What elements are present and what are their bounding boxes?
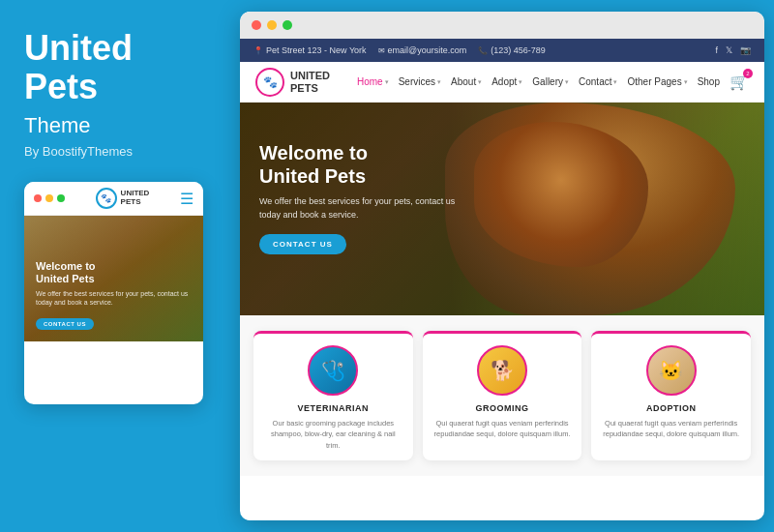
adoption-card-text: Qui quaerat fugit quas veniam perferindi… bbox=[601, 418, 741, 440]
mobile-mockup: 🐾 UNITED PETS ☰ Welcome to United Pets W… bbox=[24, 182, 203, 404]
adoption-avatar: 🐱 bbox=[646, 345, 697, 396]
mobile-logo-area: 🐾 UNITED PETS bbox=[96, 188, 150, 209]
desktop-mockup: 📍 Pet Street 123 - New York ✉ email@your… bbox=[240, 12, 764, 520]
theme-subtitle: Theme bbox=[24, 113, 208, 138]
nav-item-services[interactable]: Services ▾ bbox=[399, 76, 441, 87]
cart-badge: 2 bbox=[743, 69, 753, 78]
mobile-hero: Welcome to United Pets We offer the best… bbox=[24, 216, 203, 341]
mobile-dot-green bbox=[57, 194, 65, 202]
mobile-hero-title: Welcome to United Pets bbox=[36, 260, 192, 285]
nav-item-adopt[interactable]: Adopt ▾ bbox=[491, 76, 522, 87]
hero-dog-head-shape bbox=[474, 122, 648, 267]
theme-title-line2: Pets bbox=[24, 67, 98, 106]
vet-icon: 🩺 bbox=[321, 359, 345, 382]
mobile-hero-text: We offer the best services for your pets… bbox=[36, 289, 192, 307]
nav-item-gallery[interactable]: Gallery ▾ bbox=[532, 76, 569, 87]
nav-menu: Home ▾ Services ▾ About ▾ Adopt ▾ Galler… bbox=[357, 73, 749, 91]
mobile-logo-icon: 🐾 bbox=[96, 188, 117, 209]
theme-title-line1: United bbox=[24, 28, 133, 68]
chrome-dot-green[interactable] bbox=[283, 20, 292, 30]
nav-logo-text: UNITED PETS bbox=[290, 70, 330, 93]
mobile-cta-button[interactable]: CONTACT US bbox=[36, 318, 94, 330]
topbar-address: 📍 Pet Street 123 - New York bbox=[253, 45, 367, 55]
nav-item-other[interactable]: Other Pages ▾ bbox=[627, 76, 687, 87]
vet-avatar: 🩺 bbox=[308, 345, 358, 396]
nav-item-contact[interactable]: Contact ▾ bbox=[579, 76, 617, 87]
service-card-vet: 🩺 VETERINARIAN Our basic grooming packag… bbox=[253, 331, 413, 460]
topbar-social: f 𝕏 📷 bbox=[715, 45, 751, 55]
facebook-icon[interactable]: f bbox=[715, 45, 718, 55]
grooming-card-title: GROOMING bbox=[432, 403, 573, 413]
topbar-email: ✉ email@yoursite.com bbox=[378, 45, 467, 55]
left-panel: United Pets Theme By BoostifyThemes 🐾 UN… bbox=[0, 0, 232, 532]
nav-item-home[interactable]: Home ▾ bbox=[357, 76, 389, 87]
window-chrome bbox=[240, 12, 764, 39]
topbar-phone: 📞 (123) 456-789 bbox=[478, 45, 546, 55]
mobile-hamburger-icon[interactable]: ☰ bbox=[180, 190, 194, 208]
grooming-icon: 🐕 bbox=[491, 359, 515, 382]
chrome-dot-yellow[interactable] bbox=[267, 20, 277, 30]
location-icon: 📍 bbox=[253, 46, 263, 55]
grooming-card-text: Qui quaerat fugit quas veniam perferindi… bbox=[432, 418, 573, 440]
gallery-chevron-icon: ▾ bbox=[565, 78, 569, 86]
theme-author: By BoostifyThemes bbox=[24, 144, 208, 159]
mobile-hero-content: Welcome to United Pets We offer the best… bbox=[36, 260, 192, 331]
hero-cta-button[interactable]: CONTACT US bbox=[259, 234, 346, 254]
other-chevron-icon: ▾ bbox=[684, 78, 688, 86]
mobile-dot-yellow bbox=[45, 194, 53, 202]
email-icon: ✉ bbox=[378, 46, 385, 55]
nav-item-shop[interactable]: Shop bbox=[698, 76, 720, 87]
chrome-dot-red[interactable] bbox=[252, 20, 261, 30]
mobile-logo-text: UNITED PETS bbox=[121, 190, 150, 207]
theme-title: United Pets bbox=[24, 29, 208, 105]
mobile-dots bbox=[34, 194, 65, 202]
nav-item-about[interactable]: About ▾ bbox=[451, 76, 482, 87]
home-chevron-icon: ▾ bbox=[385, 78, 389, 86]
hero-text: We offer the best services for your pets… bbox=[259, 195, 472, 222]
topbar-left: 📍 Pet Street 123 - New York ✉ email@your… bbox=[253, 45, 546, 55]
site-nav: 🐾 UNITED PETS Home ▾ Services ▾ About ▾ … bbox=[240, 62, 764, 103]
mobile-top-bar: 🐾 UNITED PETS ☰ bbox=[24, 182, 203, 216]
adopt-chevron-icon: ▾ bbox=[519, 78, 522, 86]
instagram-icon[interactable]: 📷 bbox=[740, 45, 751, 55]
nav-cart-icon[interactable]: 🛒 2 bbox=[729, 73, 749, 91]
adoption-icon: 🐱 bbox=[659, 359, 683, 382]
vet-card-title: VETERINARIAN bbox=[263, 403, 403, 413]
service-card-adoption: 🐱 ADOPTION Qui quaerat fugit quas veniam… bbox=[591, 331, 751, 460]
contact-chevron-icon: ▾ bbox=[613, 78, 617, 86]
grooming-avatar: 🐕 bbox=[477, 345, 527, 396]
twitter-icon[interactable]: 𝕏 bbox=[726, 45, 732, 55]
mobile-dot-red bbox=[34, 194, 42, 202]
cards-section: 🩺 VETERINARIAN Our basic grooming packag… bbox=[240, 315, 764, 476]
services-chevron-icon: ▾ bbox=[437, 78, 441, 86]
hero-section: Welcome to United Pets We offer the best… bbox=[240, 103, 764, 315]
about-chevron-icon: ▾ bbox=[478, 78, 482, 86]
adoption-card-title: ADOPTION bbox=[601, 403, 741, 413]
phone-icon: 📞 bbox=[478, 46, 488, 55]
vet-card-text: Our basic grooming package includes sham… bbox=[263, 418, 403, 451]
hero-title: Welcome to United Pets bbox=[259, 141, 472, 188]
nav-logo[interactable]: 🐾 UNITED PETS bbox=[255, 68, 330, 97]
site-topbar: 📍 Pet Street 123 - New York ✉ email@your… bbox=[240, 39, 764, 62]
nav-logo-icon: 🐾 bbox=[255, 68, 284, 97]
service-card-grooming: 🐕 GROOMING Qui quaerat fugit quas veniam… bbox=[423, 331, 582, 460]
hero-content: Welcome to United Pets We offer the best… bbox=[259, 141, 472, 254]
